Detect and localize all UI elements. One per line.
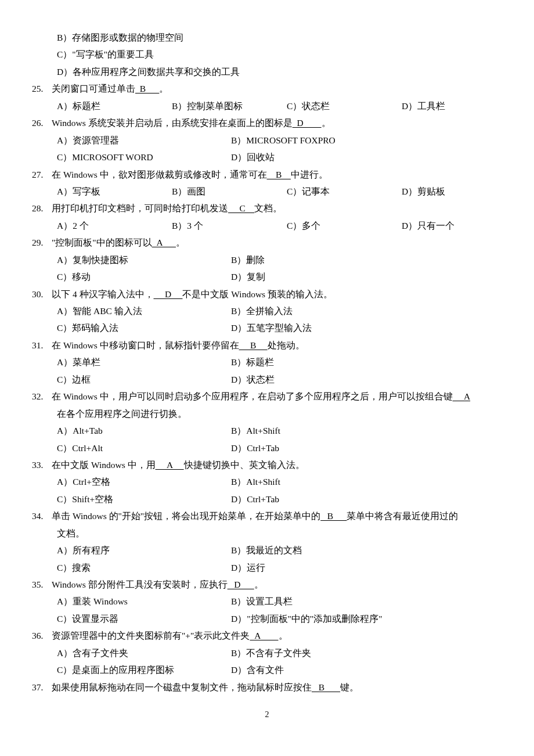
- question-number: 31.: [32, 337, 52, 354]
- options-row: C）设置显示器D）"控制面板"中的"添加或删除程序": [57, 610, 517, 627]
- option: B）Alt+Shift: [231, 473, 517, 490]
- question-text: 在 Windows 中移动窗口时，鼠标指针要停留在 B 处拖动。: [52, 337, 517, 354]
- option: A）重装 Windows: [57, 593, 231, 610]
- question-text: Windows 系统安装并启动后，由系统安排在桌面上的图标是 D 。: [52, 114, 517, 131]
- question-stem: 30.以下 4 种汉字输入法中， D 不是中文版 Windows 预装的输入法。: [17, 286, 517, 303]
- question: 32.在 Windows 中，用户可以同时启动多个应用程序，在启动了多个应用程序…: [17, 388, 517, 456]
- question-text: 如果使用鼠标拖动在同一个磁盘中复制文件，拖动鼠标时应按住 B 键。: [52, 679, 517, 696]
- question-stem: 29."控制面板"中的图标可以 A 。: [17, 234, 517, 251]
- option: B）我最近的文档: [231, 542, 517, 559]
- answer-blank: A: [453, 391, 471, 401]
- option: D）回收站: [231, 149, 517, 165]
- prev-question-option: B）存储图形或数据的物理空间: [17, 29, 517, 46]
- option: D）Ctrl+Tab: [231, 491, 517, 507]
- question-text: 单击 Windows 的"开始"按钮，将会出现开始菜单，在开始菜单中的 B 菜单…: [52, 507, 517, 524]
- question-number: 25.: [32, 80, 52, 97]
- prev-question-option: D）各种应用程序之间数据共享和交换的工具: [17, 63, 517, 80]
- option: C）MICROSOFT WORD: [57, 149, 231, 165]
- option: D）只有一个: [402, 217, 517, 234]
- option: B）Alt+Shift: [231, 422, 517, 439]
- question: 30.以下 4 种汉字输入法中， D 不是中文版 Windows 预装的输入法。…: [17, 286, 517, 337]
- question: 29."控制面板"中的图标可以 A 。A）复制快捷图标B）删除C）移动D）复制: [17, 234, 517, 285]
- option: C）Shift+空格: [57, 491, 231, 507]
- option: D）含有文件: [231, 661, 517, 678]
- options-row: A）所有程序B）我最近的文档: [57, 542, 517, 559]
- prev-question-option: C）"写字板"的重要工具: [17, 46, 517, 63]
- options-row: A）复制快捷图标B）删除: [57, 251, 517, 268]
- question: 25.关闭窗口可通过单击 B 。A）标题栏B）控制菜单图标C）状态栏D）工具栏: [17, 80, 517, 114]
- answer-blank: B: [267, 170, 291, 179]
- question: 34.单击 Windows 的"开始"按钮，将会出现开始菜单，在开始菜单中的 B…: [17, 507, 517, 576]
- options-row: A）重装 WindowsB）设置工具栏: [57, 593, 517, 610]
- option: C）Ctrl+Alt: [57, 440, 231, 456]
- answer-blank: A: [156, 460, 184, 470]
- question-text: 在 Windows 中，欲对图形做裁剪或修改时，通常可在 B 中进行。: [52, 166, 517, 183]
- option: B）MICROSOFT FOXPRO: [231, 132, 517, 149]
- question-text: 在 Windows 中，用户可以同时启动多个应用程序，在启动了多个应用程序之后，…: [52, 388, 517, 405]
- options-row: C）边框D）状态栏: [57, 371, 517, 388]
- options-row: A）含有子文件夹B）不含有子文件夹: [57, 645, 517, 661]
- question-stem: 27.在 Windows 中，欲对图形做裁剪或修改时，通常可在 B 中进行。: [17, 166, 517, 183]
- question-number: 27.: [32, 166, 52, 183]
- question-stem: 37.如果使用鼠标拖动在同一个磁盘中复制文件，拖动鼠标时应按住 B 键。: [17, 679, 517, 696]
- option: A）Ctrl+空格: [57, 473, 231, 490]
- options-grid: A）Alt+TabB）Alt+ShiftC）Ctrl+AltD）Ctrl+Tab: [17, 422, 517, 456]
- option: D）状态栏: [231, 371, 517, 388]
- answer-blank: D: [154, 289, 183, 299]
- option: B）3 个: [172, 217, 287, 234]
- question-number: 37.: [32, 679, 52, 696]
- option: B）设置工具栏: [231, 593, 517, 610]
- option: A）写字板: [57, 183, 172, 200]
- question-text: 在中文版 Windows 中，用 A 快捷键切换中、英文输入法。: [52, 456, 517, 473]
- option: A）资源管理器: [57, 132, 231, 149]
- question-stem: 36.资源管理器中的文件夹图标前有"+"表示此文件夹 A 。: [17, 627, 517, 644]
- options-row: A）智能 ABC 输入法B）全拼输入法: [57, 303, 517, 319]
- option: B）控制菜单图标: [172, 98, 287, 114]
- answer-blank: D: [228, 579, 254, 589]
- options-grid: A）复制快捷图标B）删除C）移动D）复制: [17, 251, 517, 286]
- question-stem: 25.关闭窗口可通过单击 B 。: [17, 80, 517, 97]
- options-grid: A）Ctrl+空格B）Alt+ShiftC）Shift+空格D）Ctrl+Tab: [17, 473, 517, 507]
- question-text-continuation: 文档。: [17, 525, 517, 542]
- options-grid: A）智能 ABC 输入法B）全拼输入法C）郑码输入法D）五笔字型输入法: [17, 303, 517, 337]
- question-stem: 28.用打印机打印文档时，可同时给打印机发送 C 文档。: [17, 200, 517, 217]
- option: A）Alt+Tab: [57, 422, 231, 439]
- question-text: 以下 4 种汉字输入法中， D 不是中文版 Windows 预装的输入法。: [52, 286, 517, 303]
- option: C）多个: [287, 217, 402, 234]
- option: D）工具栏: [402, 98, 517, 114]
- question-number: 35.: [32, 576, 52, 593]
- question-number: 34.: [32, 507, 52, 524]
- question: 36.资源管理器中的文件夹图标前有"+"表示此文件夹 A 。A）含有子文件夹B）…: [17, 627, 517, 678]
- option: D）剪贴板: [402, 183, 517, 200]
- question-stem: 35.Windows 部分附件工具没有安装时，应执行 D 。: [17, 576, 517, 593]
- option: B）删除: [231, 251, 517, 268]
- option: A）所有程序: [57, 542, 231, 559]
- answer-blank: B: [239, 340, 268, 350]
- option: A）2 个: [57, 217, 172, 234]
- options-row: C）MICROSOFT WORDD）回收站: [57, 149, 517, 165]
- options-grid: A）菜单栏B）标题栏C）边框D）状态栏: [17, 354, 517, 388]
- question-text: "控制面板"中的图标可以 A 。: [52, 234, 517, 251]
- question-number: 32.: [32, 388, 52, 405]
- answer-blank: A: [152, 237, 176, 247]
- question-number: 29.: [32, 234, 52, 251]
- question-text-continuation: 在各个应用程序之间进行切换。: [17, 405, 517, 422]
- options-row: C）郑码输入法D）五笔字型输入法: [57, 319, 517, 336]
- option: B）全拼输入法: [231, 303, 517, 319]
- answer-blank: A: [250, 631, 278, 640]
- options-row: C）Ctrl+AltD）Ctrl+Tab: [57, 440, 517, 456]
- options-row: C）移动D）复制: [57, 268, 517, 285]
- options-row: A）Alt+TabB）Alt+Shift: [57, 422, 517, 439]
- answer-blank: C: [228, 203, 254, 213]
- options-grid: A）含有子文件夹B）不含有子文件夹C）是桌面上的应用程序图标D）含有文件: [17, 645, 517, 679]
- question: 27.在 Windows 中，欲对图形做裁剪或修改时，通常可在 B 中进行。A）…: [17, 166, 517, 200]
- question-stem: 32.在 Windows 中，用户可以同时启动多个应用程序，在启动了多个应用程序…: [17, 388, 517, 405]
- option: D）五笔字型输入法: [231, 319, 517, 336]
- option: D）"控制面板"中的"添加或删除程序": [231, 610, 517, 627]
- question: 26.Windows 系统安装并启动后，由系统安排在桌面上的图标是 D 。A）资…: [17, 114, 517, 165]
- option: D）运行: [231, 559, 517, 576]
- option: C）搜索: [57, 559, 231, 576]
- option: C）记事本: [287, 183, 402, 200]
- options-row: C）Shift+空格D）Ctrl+Tab: [57, 491, 517, 507]
- option: A）智能 ABC 输入法: [57, 303, 231, 319]
